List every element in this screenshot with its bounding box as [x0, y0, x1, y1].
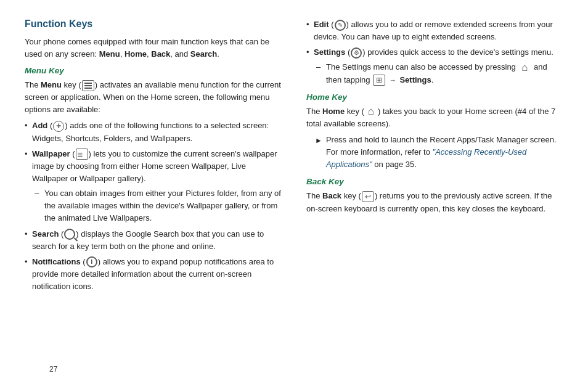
- menu-key-body: The Menu key () activates an available m…: [25, 79, 282, 116]
- italic-reference: "Accessing Recently-Used Applications": [326, 147, 526, 169]
- page-title: Function Keys: [25, 18, 282, 30]
- wallpaper-icon: [76, 149, 88, 160]
- settings-square-icon: [373, 75, 385, 86]
- bullet-search: Search () displays the Google Search box…: [25, 228, 282, 253]
- back-key-heading: Back Key: [306, 177, 563, 186]
- back-key-body: The Back key () returns you to the previ…: [306, 190, 563, 214]
- home-arrow-note: ► Press and hold to launch the Recent Ap…: [306, 134, 563, 171]
- menu-icon: [82, 80, 94, 91]
- page-number: 27: [49, 365, 57, 374]
- bullet-wallpaper: Wallpaper () lets you to customize the c…: [25, 148, 282, 225]
- home-icon: [365, 106, 377, 117]
- add-icon: [53, 121, 64, 132]
- notifications-icon: [86, 256, 97, 267]
- right-column: Edit () allows you to add or remove exte…: [306, 18, 563, 296]
- home-note-text: Press and hold to launch the Recent Apps…: [326, 134, 563, 171]
- left-column: Function Keys Your phone comes equipped …: [25, 18, 282, 296]
- right-bullet-list: Edit () allows you to add or remove exte…: [306, 18, 563, 86]
- intro-text: Your phone comes equipped with four main…: [25, 37, 269, 59]
- section-intro: Your phone comes equipped with four main…: [25, 36, 282, 60]
- bullet-add: Add () adds one of the following functio…: [25, 120, 282, 144]
- settings-sub: The Settings menu can also be accessed b…: [314, 61, 563, 86]
- bullet-settings: Settings () provides quick access to the…: [306, 46, 563, 86]
- back-icon: [362, 191, 374, 202]
- settings-icon: [351, 47, 362, 59]
- wallpaper-sub: You can obtain images from either your P…: [32, 187, 282, 224]
- menu-bullet-list: Add () adds one of the following functio…: [25, 120, 282, 293]
- bullet-notifications: Notifications () allows you to expand po…: [25, 256, 282, 293]
- home-key-body: The Home key () takes you back to your H…: [306, 105, 563, 130]
- edit-icon: [335, 20, 346, 31]
- arrow-right: →: [390, 75, 396, 86]
- arrow-triangle-icon: ►: [315, 135, 322, 171]
- page-wrapper: Function Keys Your phone comes equipped …: [25, 18, 563, 386]
- home-small-icon: [518, 62, 531, 73]
- bullet-edit: Edit () allows you to add or remove exte…: [306, 18, 563, 43]
- search-icon: [64, 229, 75, 240]
- menu-key-heading: Menu Key: [25, 66, 282, 75]
- page-layout: Function Keys Your phone comes equipped …: [25, 18, 563, 296]
- home-key-heading: Home Key: [306, 92, 563, 102]
